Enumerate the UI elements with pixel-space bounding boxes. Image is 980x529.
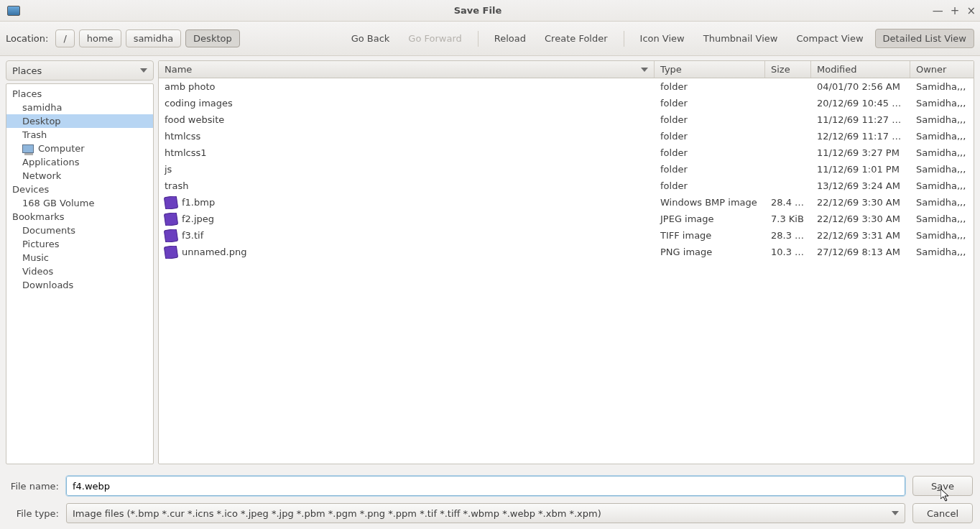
file-owner: Samidha,,, (910, 247, 974, 257)
reload-button[interactable]: Reload (487, 29, 533, 47)
icon-view-button[interactable]: Icon View (633, 29, 692, 47)
file-size: 7.3 KiB (765, 213, 811, 224)
table-row[interactable]: htmlcss1folder11/12/69 3:27 PMSamidha,,, (159, 144, 974, 161)
table-row[interactable]: coding imagesfolder20/12/69 10:45 AMSami… (159, 95, 974, 111)
file-modified: 11/12/69 1:01 PM (811, 164, 910, 175)
image-icon (164, 213, 178, 226)
file-type: folder (655, 114, 765, 125)
filename-input[interactable] (66, 476, 905, 496)
chevron-down-icon (140, 68, 147, 73)
sidebar-item-music[interactable]: Music (6, 251, 153, 264)
column-name[interactable]: Name (159, 61, 655, 78)
file-modified: 04/01/70 2:56 AM (811, 81, 910, 92)
window-title: Save File (23, 5, 933, 16)
go-back-button[interactable]: Go Back (344, 29, 397, 47)
file-type: folder (655, 98, 765, 109)
computer-icon (22, 144, 34, 153)
file-modified: 11/12/69 3:27 PM (811, 147, 910, 158)
table-row[interactable]: amb photofolder04/01/70 2:56 AMSamidha,,… (159, 78, 974, 95)
sidebar-item-network[interactable]: Network (6, 169, 153, 183)
file-type: folder (655, 180, 765, 191)
thumbnail-view-button[interactable]: Thumbnail View (696, 29, 785, 47)
places-dropdown[interactable]: Places (6, 60, 154, 80)
detailed-view-button[interactable]: Detailed List View (875, 29, 974, 48)
filetype-value: Image files (*.bmp *.cur *.icns *.ico *.… (73, 508, 601, 519)
sort-indicator-icon (641, 68, 648, 72)
close-icon[interactable]: × (966, 4, 976, 17)
file-name: amb photo (165, 81, 216, 92)
file-type: folder (655, 131, 765, 142)
file-owner: Samidha,,, (910, 98, 974, 109)
filetype-label: File type: (7, 508, 59, 519)
compact-view-button[interactable]: Compact View (789, 29, 870, 47)
breadcrumb-current[interactable]: Desktop (185, 29, 240, 47)
sidebar-item-volume[interactable]: 168 GB Volume (6, 196, 153, 210)
column-type[interactable]: Type (655, 61, 765, 78)
file-name: f2.jpeg (182, 213, 214, 224)
save-button[interactable]: Save (912, 476, 973, 496)
file-list-area: Name Type Size Modified Owner amb photof… (158, 60, 974, 464)
file-owner: Samidha,,, (910, 147, 974, 158)
file-name: js (165, 164, 172, 175)
file-modified: 13/12/69 3:24 AM (811, 180, 910, 191)
sidebar-item-documents[interactable]: Documents (6, 224, 153, 237)
cancel-button[interactable]: Cancel (912, 503, 973, 523)
titlebar: Save File — + × (0, 0, 980, 22)
table-row[interactable]: f3.tifTIFF image28.3 KiB22/12/69 3:31 AM… (159, 227, 974, 244)
sidebar-item-desktop[interactable]: Desktop (6, 114, 153, 128)
file-name: coding images (165, 98, 233, 109)
sidebar-item-samidha[interactable]: samidha (6, 101, 153, 114)
devices-group-label: Devices (6, 183, 153, 196)
table-row[interactable]: unnamed.pngPNG image10.3 KiB27/12/69 8:1… (159, 244, 974, 260)
column-size[interactable]: Size (765, 61, 811, 78)
sidebar-item-computer[interactable]: Computer (6, 142, 153, 155)
table-row[interactable]: jsfolder11/12/69 1:01 PMSamidha,,, (159, 161, 974, 178)
file-owner: Samidha,,, (910, 131, 974, 142)
file-size: 28.4 KiB (765, 197, 811, 208)
table-row[interactable]: food websitefolder11/12/69 11:27 AMSamid… (159, 111, 974, 128)
sidebar-item-videos[interactable]: Videos (6, 264, 153, 278)
file-modified: 20/12/69 10:45 AM (811, 98, 910, 109)
column-modified[interactable]: Modified (811, 61, 910, 78)
file-name: htmlcss1 (165, 147, 207, 158)
file-name: htmlcss (165, 131, 200, 142)
app-icon (7, 6, 20, 16)
file-owner: Samidha,,, (910, 197, 974, 208)
toolbar-divider (478, 31, 479, 47)
sidebar-item-trash[interactable]: Trash (6, 128, 153, 142)
minimize-icon[interactable]: — (933, 4, 943, 17)
sidebar-item-applications[interactable]: Applications (6, 155, 153, 169)
breadcrumb-user[interactable]: samidha (126, 29, 181, 47)
column-owner[interactable]: Owner (910, 61, 974, 78)
filename-label: File name: (7, 481, 59, 492)
chevron-down-icon (892, 511, 899, 515)
sidebar-item-downloads[interactable]: Downloads (6, 278, 153, 292)
table-row[interactable]: f2.jpegJPEG image7.3 KiB22/12/69 3:30 AM… (159, 211, 974, 227)
file-column-headers: Name Type Size Modified Owner (159, 61, 974, 78)
table-row[interactable]: trashfolder13/12/69 3:24 AMSamidha,,, (159, 178, 974, 194)
breadcrumb-home[interactable]: home (79, 29, 121, 47)
image-icon (164, 246, 178, 259)
places-dropdown-label: Places (12, 65, 42, 76)
sidebar: Places Places samidha Desktop Trash Comp… (6, 60, 154, 464)
file-rows: amb photofolder04/01/70 2:56 AMSamidha,,… (159, 78, 974, 464)
file-modified: 22/12/69 3:31 AM (811, 230, 910, 241)
bottom-bar: File name: Save File type: Image files (… (0, 469, 980, 529)
sidebar-item-pictures[interactable]: Pictures (6, 237, 153, 251)
file-type: JPEG image (655, 213, 765, 224)
places-group-label: Places (6, 87, 153, 101)
maximize-icon[interactable]: + (951, 4, 960, 17)
image-icon (164, 196, 178, 209)
file-name: f1.bmp (182, 197, 215, 208)
filetype-select[interactable]: Image files (*.bmp *.cur *.icns *.ico *.… (66, 503, 905, 523)
file-owner: Samidha,,, (910, 164, 974, 175)
breadcrumb-root[interactable]: / (55, 29, 74, 47)
file-owner: Samidha,,, (910, 230, 974, 241)
file-modified: 12/12/69 11:17 AM (811, 131, 910, 142)
file-owner: Samidha,,, (910, 114, 974, 125)
table-row[interactable]: f1.bmpWindows BMP image28.4 KiB22/12/69 … (159, 194, 974, 211)
file-type: folder (655, 147, 765, 158)
file-name: food website (165, 114, 224, 125)
table-row[interactable]: htmlcssfolder12/12/69 11:17 AMSamidha,,, (159, 128, 974, 144)
create-folder-button[interactable]: Create Folder (537, 29, 615, 47)
